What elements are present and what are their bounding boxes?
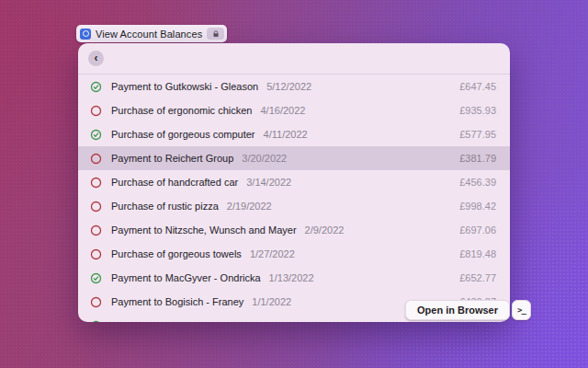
transaction-row[interactable]: Payment to Gutkowski - Gleason 5/12/2022… (78, 75, 510, 98)
transaction-row[interactable]: Payment to MacGyver - Ondricka 1/13/2022… (78, 266, 510, 290)
transaction-amount: £935.93 (459, 105, 496, 116)
transaction-amount: £381.79 (459, 153, 496, 164)
transaction-amount: £697.06 (459, 224, 496, 236)
check-circle-icon (90, 81, 102, 93)
transaction-row[interactable]: Purchase of gorgeous computer 4/11/2022 … (78, 122, 510, 146)
transaction-list: Payment to Gutkowski - Gleason 5/12/2022… (78, 75, 510, 322)
transaction-label: Purchase of handcrafted car (111, 177, 238, 188)
transaction-row[interactable]: Purchase of handcrafted car 3/14/2022 £4… (78, 170, 510, 194)
open-circle-icon (90, 105, 102, 117)
transaction-row[interactable]: Purchase of gorgeous towels 1/27/2022 £8… (78, 242, 510, 266)
open-circle-icon (90, 201, 102, 213)
transaction-label: Payment to Nitzsche, Wunsch and Mayer (111, 224, 297, 236)
transaction-row[interactable]: Purchase of rustic pizza 2/19/2022 £998.… (78, 194, 510, 218)
chip-label: View Account Balances (96, 29, 202, 40)
open-circle-icon (90, 153, 102, 165)
transaction-label: Payment to MacGyver - Ondricka (111, 272, 261, 283)
transaction-date: 1/1/2022 (252, 296, 291, 307)
transaction-row[interactable]: Purchase of ergonomic chicken 4/16/2022 … (78, 98, 510, 122)
transaction-label: Purchase of gorgeous towels (111, 248, 242, 259)
transaction-label: Purchase of rustic pizza (111, 201, 219, 212)
transaction-amount: £819.48 (459, 248, 496, 259)
transaction-date: 4/16/2022 (260, 105, 305, 116)
transaction-amount: £949.98 (459, 320, 496, 322)
transaction-date: 2/9/2022 (305, 224, 345, 236)
app-record-icon (80, 29, 91, 40)
transaction-label: Payment to Bogisich - Franey (111, 296, 243, 307)
check-circle-icon (90, 129, 102, 141)
check-circle-icon (90, 272, 102, 284)
transaction-date: 3/14/2022 (246, 177, 291, 188)
open-circle-icon (90, 177, 102, 189)
transaction-amount: £577.95 (459, 129, 496, 140)
transaction-amount: £647.45 (459, 81, 496, 92)
transaction-label: Payment to Gutkowski - Gleason (111, 81, 258, 92)
transaction-amount: £652.77 (459, 272, 496, 283)
transaction-amount: £998.42 (459, 201, 496, 212)
open-circle-icon (90, 224, 102, 236)
transaction-date: 2/19/2022 (227, 201, 272, 212)
account-balances-panel: ‹ Payment to Gutkowski - Gleason 5/12/20… (78, 43, 510, 322)
lock-icon (207, 28, 224, 40)
transaction-row[interactable]: Payment to Nitzsche, Wunsch and Mayer 2/… (78, 218, 510, 242)
transaction-date: 1/27/2022 (250, 248, 295, 259)
transaction-label: Purchase of gorgeous computer (111, 129, 255, 140)
transaction-date: 1/13/2022 (269, 272, 314, 283)
open-circle-icon (90, 248, 102, 260)
transaction-date: 4/11/2022 (264, 129, 308, 140)
chevron-left-icon: ‹ (95, 52, 98, 63)
check-circle-icon (90, 320, 102, 323)
terminal-prompt-icon: >_ (517, 305, 526, 315)
open-circle-icon (90, 296, 102, 308)
transaction-amount: £456.39 (459, 177, 496, 188)
transaction-date: 12/9/2021 (241, 320, 286, 322)
back-button[interactable]: ‹ (88, 51, 104, 66)
transaction-label: Payment to Reichert Group (111, 153, 233, 164)
transaction-row[interactable]: Payment to Reichert Group 3/20/2022 £381… (78, 146, 510, 170)
open-in-browser-button[interactable]: Open in Browser (405, 300, 510, 320)
footer-actions: Open in Browser >_ (405, 300, 531, 320)
terminal-button[interactable]: >_ (512, 300, 531, 320)
transaction-date: 3/20/2022 (242, 153, 287, 164)
view-account-balances-chip[interactable]: View Account Balances (76, 25, 227, 42)
transaction-label: Purchase of ergonomic chicken (111, 105, 252, 116)
transaction-date: 5/12/2022 (266, 81, 311, 92)
transaction-label: Purchase of fantastic jeans (111, 320, 232, 322)
panel-header: ‹ (78, 43, 510, 75)
